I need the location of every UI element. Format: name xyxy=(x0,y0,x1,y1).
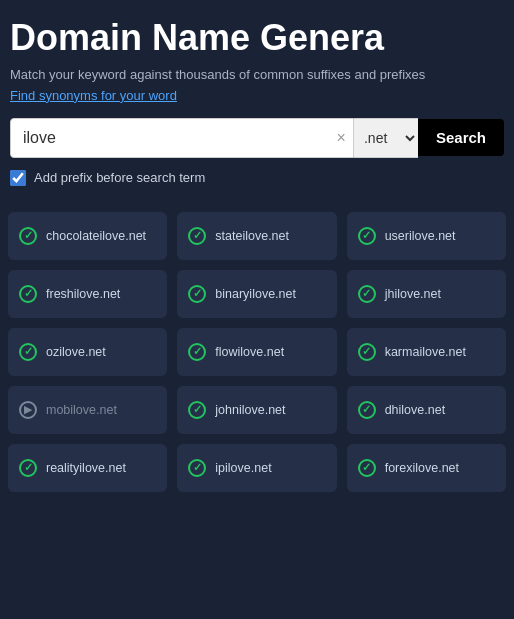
domain-name: jhilove.net xyxy=(385,287,441,301)
domain-name: ozilove.net xyxy=(46,345,106,359)
available-icon: ✓ xyxy=(357,400,377,420)
domain-name: johnilove.net xyxy=(215,403,285,417)
domain-name: forexilove.net xyxy=(385,461,459,475)
taken-icon: ▶ xyxy=(18,400,38,420)
domain-name: flowilove.net xyxy=(215,345,284,359)
domain-name: userilove.net xyxy=(385,229,456,243)
available-icon: ✓ xyxy=(187,284,207,304)
available-icon: ✓ xyxy=(18,226,38,246)
clear-button[interactable]: × xyxy=(337,129,346,147)
domain-card[interactable]: ▶mobilove.net xyxy=(8,386,167,434)
available-icon: ✓ xyxy=(187,342,207,362)
prefix-checkbox[interactable] xyxy=(10,170,26,186)
domain-name: dhilove.net xyxy=(385,403,445,417)
synonym-link[interactable]: Find synonyms for your word xyxy=(10,88,177,103)
domain-card[interactable]: ✓realityilove.net xyxy=(8,444,167,492)
domain-card[interactable]: ✓flowilove.net xyxy=(177,328,336,376)
subtitle-text: Match your keyword against thousands of … xyxy=(10,66,504,84)
available-icon: ✓ xyxy=(357,284,377,304)
domain-card[interactable]: ✓userilove.net xyxy=(347,212,506,260)
available-icon: ✓ xyxy=(187,458,207,478)
domain-card[interactable]: ✓freshilove.net xyxy=(8,270,167,318)
domain-name: realityilove.net xyxy=(46,461,126,475)
domain-card[interactable]: ✓dhilove.net xyxy=(347,386,506,434)
domain-name: mobilove.net xyxy=(46,403,117,417)
results-grid: ✓chocolateilove.net✓stateilove.net✓useri… xyxy=(0,212,514,508)
available-icon: ✓ xyxy=(18,342,38,362)
domain-name: chocolateilove.net xyxy=(46,229,146,243)
search-input[interactable] xyxy=(10,118,354,158)
available-icon: ✓ xyxy=(187,400,207,420)
available-icon: ✓ xyxy=(357,458,377,478)
page-title: Domain Name Genera xyxy=(10,18,504,58)
search-input-wrapper: × xyxy=(10,118,354,158)
search-row: × .net .com .org .io Search xyxy=(10,118,504,158)
domain-card[interactable]: ✓johnilove.net xyxy=(177,386,336,434)
domain-name: ipilove.net xyxy=(215,461,271,475)
domain-name: freshilove.net xyxy=(46,287,120,301)
domain-name: stateilove.net xyxy=(215,229,289,243)
domain-card[interactable]: ✓jhilove.net xyxy=(347,270,506,318)
domain-card[interactable]: ✓binaryilove.net xyxy=(177,270,336,318)
checkbox-row: Add prefix before search term xyxy=(10,170,504,186)
available-icon: ✓ xyxy=(187,226,207,246)
available-icon: ✓ xyxy=(18,284,38,304)
available-icon: ✓ xyxy=(357,226,377,246)
checkbox-label[interactable]: Add prefix before search term xyxy=(34,170,205,185)
available-icon: ✓ xyxy=(357,342,377,362)
domain-name: karmailove.net xyxy=(385,345,466,359)
tld-select[interactable]: .net .com .org .io xyxy=(354,118,418,158)
domain-card[interactable]: ✓chocolateilove.net xyxy=(8,212,167,260)
domain-card[interactable]: ✓ozilove.net xyxy=(8,328,167,376)
domain-card[interactable]: ✓ipilove.net xyxy=(177,444,336,492)
search-button[interactable]: Search xyxy=(418,119,504,156)
domain-card[interactable]: ✓stateilove.net xyxy=(177,212,336,260)
domain-name: binaryilove.net xyxy=(215,287,296,301)
header-section: Domain Name Genera Match your keyword ag… xyxy=(0,0,514,212)
domain-card[interactable]: ✓forexilove.net xyxy=(347,444,506,492)
available-icon: ✓ xyxy=(18,458,38,478)
domain-card[interactable]: ✓karmailove.net xyxy=(347,328,506,376)
